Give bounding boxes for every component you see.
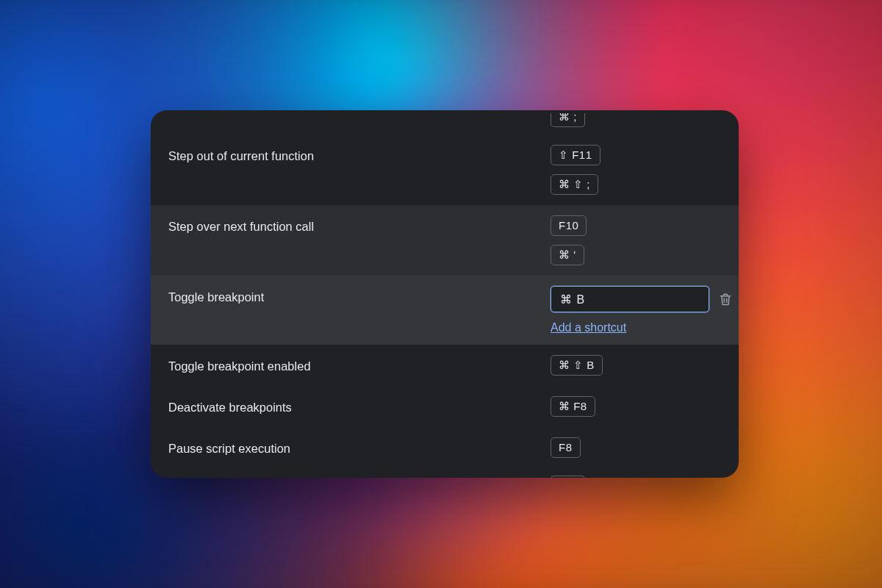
shortcut-row-toggle-breakpoint: Toggle breakpoint ⌘ B Add a shortcut xyxy=(151,276,739,345)
add-shortcut-link[interactable]: Add a shortcut xyxy=(551,321,626,334)
shortcut-label: Step over next function call xyxy=(168,215,551,234)
shortcut-key[interactable]: ⌘ F8 xyxy=(551,396,595,417)
shortcut-row-partial-top: ⌘ ; xyxy=(151,110,739,135)
shortcut-label: Step out of current function xyxy=(168,145,551,163)
shortcut-key[interactable]: ⌘ ; xyxy=(551,113,585,127)
shortcut-key[interactable]: ⇧ F11 xyxy=(551,145,600,165)
shortcut-label: Deactivate breakpoints xyxy=(168,396,551,415)
shortcuts-settings-panel: ⌘ ; Step out of current function ⇧ F11 ⌘… xyxy=(151,110,739,478)
delete-shortcut-icon[interactable] xyxy=(718,291,733,307)
shortcut-edit-input[interactable]: ⌘ B xyxy=(551,286,709,312)
shortcut-key[interactable]: ⌘ ' xyxy=(551,245,584,265)
shortcut-row-toggle-breakpoint-enabled: Toggle breakpoint enabled ⌘ ⇧ B xyxy=(151,345,739,386)
shortcut-key[interactable]: ⌘ ⇧ ; xyxy=(551,174,598,195)
shortcut-key[interactable]: ⌘ ⇧ B xyxy=(551,355,603,376)
shortcut-label: Toggle breakpoint enabled xyxy=(168,355,551,373)
shortcut-key[interactable]: F10 xyxy=(551,215,587,236)
shortcut-key[interactable]: F8 xyxy=(551,437,581,458)
shortcut-label: Pause script execution xyxy=(168,437,551,456)
shortcut-row-partial-bottom: ⌘ \ xyxy=(151,468,739,478)
shortcut-row-deactivate-breakpoints: Deactivate breakpoints ⌘ F8 xyxy=(151,386,739,427)
shortcut-row-step-out: Step out of current function ⇧ F11 ⌘ ⇧ ; xyxy=(151,135,739,205)
shortcut-row-step-over: Step over next function call F10 ⌘ ' xyxy=(151,205,739,276)
shortcut-key[interactable]: ⌘ \ xyxy=(551,476,585,478)
shortcut-row-pause-script: Pause script execution F8 xyxy=(151,427,739,468)
shortcut-label: Toggle breakpoint xyxy=(168,286,551,304)
